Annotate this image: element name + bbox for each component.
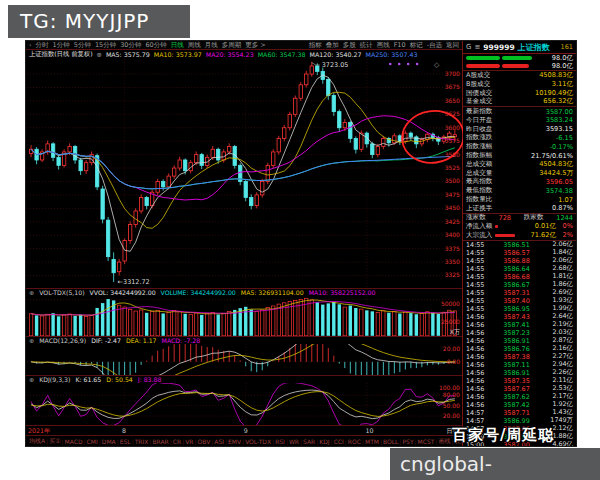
- timeframe-item-10[interactable]: 更多 >: [245, 41, 266, 50]
- indicator-value-1: DEA: 1.17: [126, 337, 157, 344]
- indicator-shortcut-5[interactable]: ESL: [119, 438, 132, 445]
- index-stat-value-1: 3583.24: [546, 116, 573, 124]
- turnover-value-2: 10190.49亿: [535, 89, 573, 98]
- index-stat-label-3: 指数涨跌: [466, 133, 492, 142]
- svg-text:3575: 3575: [445, 137, 460, 144]
- tick-time: 14:55: [466, 257, 492, 265]
- market-turnover-stats: A股成交4508.83亿B股成交3.11亿国债成交10190.49亿基金成交65…: [463, 70, 576, 106]
- index-stat-label-2: 昨日收盘: [466, 125, 492, 134]
- settings-icon[interactable]: ⊕: [97, 51, 102, 58]
- indicator-value-0: DIF: -2.47: [91, 337, 121, 344]
- menu-icon[interactable]: ≡: [474, 43, 480, 51]
- timeframe-item-7[interactable]: 周线: [188, 41, 201, 50]
- flow-row-0: 净流入额0.01亿0%: [463, 222, 576, 231]
- flow-value-0: 0.01亿: [535, 222, 556, 231]
- indicator-shortcut-0[interactable]: 均线A: [28, 437, 46, 446]
- indicator-shortcut-6[interactable]: TRIX: [134, 438, 150, 445]
- indicator-shortcut-4[interactable]: DMA: [101, 438, 117, 445]
- grid-icon[interactable]: G: [466, 43, 471, 51]
- timeframe-item-4[interactable]: 30分钟: [120, 41, 141, 50]
- tick-price: 3587.42: [492, 401, 541, 409]
- turnover-row-3: 基金成交656.32亿: [463, 97, 576, 106]
- macd-chart[interactable]: 20.000.00: [26, 344, 463, 376]
- indicator-shortcut-7[interactable]: BRAR: [151, 438, 169, 445]
- menu-tool-4[interactable]: 画线: [377, 41, 390, 50]
- quote-panel-header: G ≡ 999999 上证指数 161: [463, 41, 576, 54]
- svg-text:80.00: 80.00: [443, 392, 460, 399]
- settings-icon[interactable]: ⊕: [29, 289, 34, 296]
- tick-price: 3587.35: [492, 377, 541, 385]
- tick-price: 3586.51: [492, 241, 541, 249]
- indicator-shortcut-19[interactable]: ROC: [347, 438, 362, 445]
- indicator-shortcut-11[interactable]: ASI: [213, 438, 225, 445]
- indicator-shortcut-15[interactable]: WR: [288, 438, 300, 445]
- index-stat-label-5: 指数振幅: [466, 151, 492, 160]
- indicator-shortcut-16[interactable]: SAR: [302, 438, 316, 445]
- menu-tool-3[interactable]: 统计: [360, 41, 373, 50]
- menu-tool-7[interactable]: -自选: [427, 41, 442, 50]
- settings-icon[interactable]: ⊕: [29, 337, 34, 344]
- svg-text:3525: 3525: [445, 164, 460, 171]
- indicator-value-3: MA10: 358225152.00: [309, 289, 376, 296]
- indicator-shortcut-8[interactable]: CR: [172, 438, 182, 445]
- indicator-shortcut-12[interactable]: EMV: [227, 438, 242, 445]
- indicator-shortcut-2[interactable]: MACD: [64, 438, 84, 445]
- macd-pane-header: ⊕MACD(12,26,9)DIF: -2.47DEA: 1.17MACD: -…: [26, 336, 462, 344]
- turnover-label-2: 国债成交: [466, 89, 492, 98]
- watermark-author: 百家号/周延聪: [452, 426, 554, 445]
- svg-text:◇: ◇: [434, 61, 440, 69]
- menu-tool-1[interactable]: 叠加: [326, 41, 339, 50]
- indicator-shortcut-20[interactable]: MTM: [364, 438, 380, 445]
- main-candlestick-chart[interactable]: 3700367536503625360035753550352535003475…: [26, 59, 463, 288]
- timeframe-item-0[interactable]: 分时: [36, 41, 49, 50]
- indicator-shortcut-18[interactable]: CCI: [333, 438, 345, 445]
- indicator-shortcut-1[interactable]: 买①: [48, 437, 61, 446]
- turnover-row-1: B股成交3.11亿: [463, 80, 576, 89]
- tick-time: 14:56: [466, 329, 492, 337]
- indicator-shortcut-10[interactable]: OBV: [197, 438, 212, 445]
- indicator-shortcut-21[interactable]: BOLL: [382, 438, 399, 445]
- turnover-row-2: 国债成交10190.49亿: [463, 89, 576, 98]
- index-stat-label-10: 指数量比: [466, 195, 492, 204]
- timeframe-item-5[interactable]: 60分钟: [145, 41, 166, 50]
- index-stat-row-0: 最新指数3587.00: [463, 107, 576, 116]
- settings-icon[interactable]: ⊕: [29, 376, 34, 383]
- timeframe-item-6[interactable]: 日线: [171, 41, 184, 50]
- svg-text:X万: X万: [450, 328, 460, 335]
- timeframe-item-3[interactable]: 15分钟: [95, 41, 116, 50]
- svg-text:20.00: 20.00: [443, 412, 460, 419]
- indicator-shortcut-23[interactable]: MCST: [417, 438, 436, 445]
- indicator-shortcut-24[interactable]: 画线: [437, 437, 451, 446]
- indicator-shortcut-3[interactable]: CMI: [86, 438, 99, 445]
- index-stat-label-9: 最低指数: [466, 186, 492, 195]
- kdj-chart[interactable]: 100.0080.0050.0020.00: [26, 383, 463, 425]
- back-icon[interactable]: ‹: [29, 41, 32, 49]
- ma-value-0: MA5: 3575.79: [106, 51, 150, 58]
- indicator-shortcut-9[interactable]: VR: [184, 438, 194, 445]
- menu-tool-5[interactable]: F10: [394, 41, 406, 49]
- tick-list[interactable]: 14:553586.512.06亿14:553586.571.84亿14:553…: [463, 240, 576, 446]
- menu-tool-8[interactable]: 返回: [446, 41, 459, 50]
- tick-price: 3587.40: [492, 297, 541, 305]
- indicator-value-1: VOLUME: 344244992.00: [161, 289, 236, 296]
- menu-tool-2[interactable]: 多股: [343, 41, 356, 50]
- timeframe-item-9[interactable]: 多周期: [222, 41, 242, 50]
- indicator-shortcut-14[interactable]: RSI: [274, 438, 286, 445]
- timeframe-item-1[interactable]: 1分钟: [53, 41, 70, 50]
- menu-tool-6[interactable]: 标记: [410, 41, 423, 50]
- trading-app-window: ‹分时1分钟5分钟15分钟30分钟60分钟日线周线月线多周期更多 >指标叠加多股…: [25, 40, 577, 447]
- flow-pct-1: 2%: [559, 231, 573, 239]
- timeframe-item-2[interactable]: 5分钟: [74, 41, 91, 50]
- chart-title-row: 上证指数(日线 前复权)⊕MA5: 3575.79MA10: 3573.97MA…: [26, 50, 462, 59]
- index-stat-label-1: 今日开盘: [466, 116, 492, 125]
- indicator-shortcut-17[interactable]: KDJ: [318, 438, 330, 445]
- flow-bar-icon: [495, 234, 515, 237]
- indicator-shortcut-22[interactable]: PSY: [401, 438, 414, 445]
- index-stat-value-10: 1.07: [558, 196, 573, 204]
- indicator-shortcut-13[interactable]: VOL-TDX: [244, 438, 272, 445]
- volume-chart[interactable]: 5000025000X万: [26, 296, 463, 336]
- menu-tool-0[interactable]: 指标: [309, 41, 322, 50]
- tick-time: 14:56: [466, 353, 492, 361]
- timeframe-item-8[interactable]: 月线: [205, 41, 218, 50]
- index-stat-label-0: 最新指数: [466, 107, 492, 116]
